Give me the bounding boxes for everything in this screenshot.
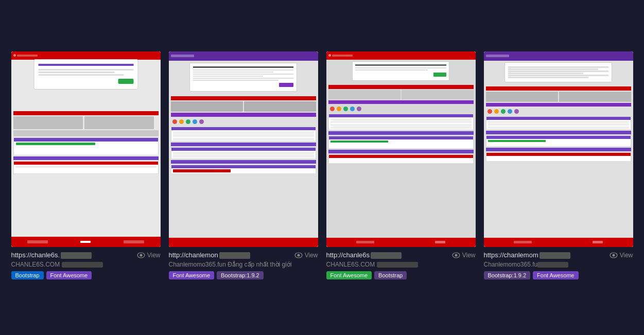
card-2-url: http://chanlemon (169, 251, 250, 259)
svg-point-7 (612, 254, 615, 256)
card-2-info: http://chanlemon View Chanlemomo365.fun … (169, 247, 318, 284)
card-2-view-btn[interactable]: View (294, 252, 318, 259)
card-1-tags: Bootstrap Font Awesome (11, 271, 161, 279)
card-4-tag-fontawesome[interactable]: Font Awesome (533, 271, 579, 279)
card-1-view-btn[interactable]: View (137, 252, 161, 259)
card-3-tags: Font Awesome Bootstrap (326, 271, 476, 279)
ss2-topbar (169, 51, 318, 61)
gallery-card-4: https://chanlemom View Chanlemomo365.fu … (484, 51, 633, 284)
card-4-tags: Bootstrap:1.9.2 Font Awesome (484, 271, 633, 279)
svg-point-5 (455, 254, 457, 256)
card-1-tag-fontawesome[interactable]: Font Awesome (46, 271, 92, 279)
card-4-view-label: View (620, 252, 633, 259)
card-4-url: https://chanlemom (484, 251, 570, 259)
svg-point-3 (297, 254, 300, 256)
card-1-subtitle: CHANLE6S.COM (11, 261, 161, 268)
ss1-topbar (11, 51, 161, 60)
card-1-info: https://chanle6s. View CHANLE6S.COM Boot… (11, 247, 161, 284)
card-3-subtitle: CHANLE6S.COM (326, 261, 476, 268)
screenshot-2[interactable] (169, 51, 318, 247)
card-2-tag-fontawesome[interactable]: Font Awesome (169, 271, 215, 279)
ss2-modal (189, 63, 297, 92)
ss2-bottom (169, 238, 318, 247)
ss1-bottom (11, 237, 161, 247)
screenshot-gallery: https://chanle6s. View CHANLE6S.COM Boot… (10, 51, 634, 284)
ss3-topbar (326, 51, 476, 60)
card-4-info: https://chanlemom View Chanlemomo365.fu … (484, 247, 633, 284)
card-1-tag-bootstrap[interactable]: Bootstrap (11, 271, 44, 279)
gallery-card-3: http://chanle6s View CHANLE6S.COM Font A… (326, 51, 476, 284)
card-4-view-btn[interactable]: View (610, 252, 633, 259)
screenshot-3[interactable] (326, 51, 476, 247)
card-4-tag-bootstrap[interactable]: Bootstrap:1.9.2 (484, 271, 531, 279)
card-4-subtitle: Chanlemomo365.fu (484, 261, 633, 268)
card-2-tag-bootstrap[interactable]: Bootstrap:1.9.2 (217, 271, 264, 279)
card-2-subtitle: Chanlemomo365.fun Đẳng cấp nhất thời giớ… (169, 261, 318, 268)
gallery-card-2: http://chanlemon View Chanlemomo365.fun … (169, 51, 318, 284)
gallery-card-1: https://chanle6s. View CHANLE6S.COM Boot… (11, 51, 161, 284)
card-3-view-btn[interactable]: View (452, 252, 476, 259)
card-1-url: https://chanle6s. (11, 251, 92, 259)
card-3-url: http://chanle6s (326, 251, 402, 259)
card-3-view-label: View (462, 252, 476, 259)
screenshot-1[interactable] (11, 51, 161, 247)
card-3-tag-fontawesome[interactable]: Font Awesome (326, 271, 372, 279)
card-2-tags: Font Awesome Bootstrap:1.9.2 (169, 271, 318, 279)
card-2-view-label: View (305, 252, 318, 259)
ss4-topbar (484, 51, 633, 61)
card-3-tag-bootstrap[interactable]: Bootstrap (374, 271, 407, 279)
svg-point-1 (140, 254, 142, 256)
screenshot-4[interactable] (484, 51, 633, 247)
ss1-modal (33, 59, 138, 90)
card-1-view-label: View (147, 252, 161, 259)
card-3-info: http://chanle6s View CHANLE6S.COM Font A… (326, 247, 476, 284)
